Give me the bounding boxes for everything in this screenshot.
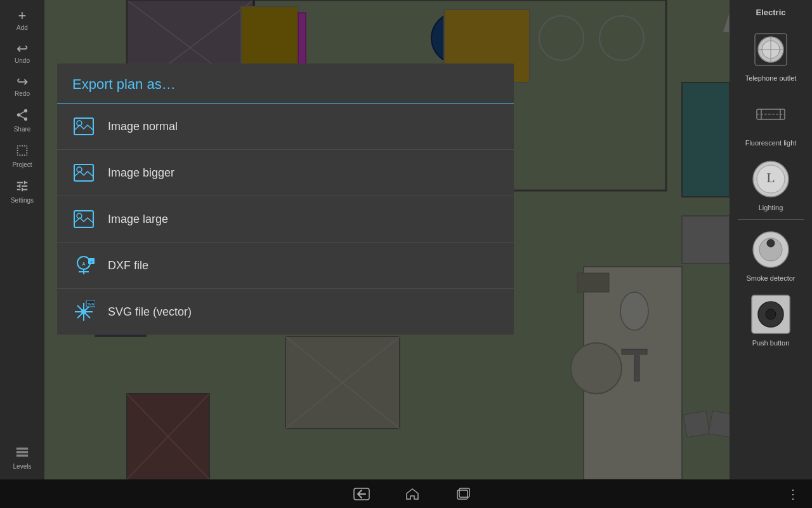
svg-text:+: + [90, 260, 93, 264]
sidebar-item-project[interactable]: Project [3, 140, 41, 173]
export-dialog-title: Export plan as… [57, 64, 514, 104]
sidebar-separator [738, 219, 804, 220]
fluorescent-light-label: Fluorescent light [745, 139, 797, 147]
svg-point-56 [766, 309, 776, 319]
svg-rect-61 [74, 211, 93, 227]
bottom-bar: ⋮ [0, 479, 812, 508]
export-image-normal-label: Image normal [108, 120, 178, 133]
sidebar-item-share[interactable]: Share [3, 104, 41, 137]
lighting-label: Lighting [759, 204, 783, 211]
sidebar-settings-label: Settings [11, 197, 34, 204]
bottom-nav-group [38, 481, 787, 507]
svg-point-62 [77, 213, 82, 218]
back-button[interactable] [349, 481, 374, 507]
fluorescent-light-icon [749, 92, 793, 137]
electric-section-title: Electric [730, 5, 812, 20]
image-normal-icon [72, 115, 95, 138]
push-button-label: Push button [752, 339, 790, 347]
home-button[interactable] [400, 481, 425, 507]
sidebar-item-fluorescent-light[interactable]: Fluorescent light [736, 90, 806, 149]
telephone-outlet-label: Telephone outlet [745, 74, 797, 82]
share-icon [15, 108, 29, 124]
export-dxf-label: DXF file [108, 259, 148, 272]
svg-text:SVG: SVG [88, 302, 95, 306]
sidebar-redo-label: Redo [15, 90, 30, 98]
sidebar-share-label: Share [14, 126, 31, 133]
levels-icon [15, 445, 29, 462]
sidebar-project-label: Project [12, 161, 32, 169]
sidebar-item-smoke-detector[interactable]: Smoke detector [736, 225, 806, 284]
sidebar-item-telephone-outlet[interactable]: Telephone outlet [736, 25, 806, 84]
sidebar-item-push-button[interactable]: Push button [736, 290, 806, 349]
undo-icon: ↩ [16, 42, 28, 56]
redo-icon: ↪ [16, 75, 28, 89]
sidebar-item-undo[interactable]: ↩ Undo [3, 38, 41, 69]
telephone-outlet-icon [749, 27, 793, 72]
left-sidebar: + Add ↩ Undo ↪ Redo Share Project Setti [0, 0, 44, 479]
smoke-detector-icon [749, 227, 793, 272]
svg-point-58 [77, 121, 82, 126]
export-svg-label: SVG file (vector) [108, 305, 192, 319]
svg-point-73 [81, 309, 86, 314]
export-image-normal[interactable]: Image normal [57, 104, 514, 150]
dialog-overlay[interactable]: Export plan as… Image normal Image bi [44, 0, 730, 479]
sidebar-item-levels[interactable]: Levels [3, 441, 41, 474]
recent-apps-button[interactable] [450, 481, 476, 507]
svg-text:L: L [766, 170, 775, 185]
export-dxf-file[interactable]: A + DXF file [57, 243, 514, 289]
svg-rect-59 [74, 164, 93, 181]
export-image-bigger-label: Image bigger [108, 166, 174, 180]
sidebar-item-lighting[interactable]: L Lighting [736, 154, 806, 214]
sidebar-item-settings[interactable]: Settings [3, 175, 41, 208]
svg-rect-57 [74, 118, 93, 135]
right-sidebar: Electric Telephone outlet Fluorescent li… [730, 0, 812, 479]
image-bigger-icon [72, 161, 95, 184]
dxf-icon: A + [72, 254, 95, 277]
svg-text:A: A [82, 262, 85, 266]
export-dialog: Export plan as… Image normal Image bi [57, 64, 514, 335]
lighting-icon: L [749, 157, 793, 201]
smoke-detector-label: Smoke detector [746, 274, 795, 282]
sidebar-levels-label: Levels [13, 463, 32, 471]
svg-icon: SVG [72, 300, 95, 323]
sidebar-item-add[interactable]: + Add [3, 5, 41, 36]
push-button-icon [749, 292, 793, 337]
export-image-large[interactable]: Image large [57, 196, 514, 243]
project-icon [15, 144, 29, 160]
export-image-bigger[interactable]: Image bigger [57, 150, 514, 196]
sidebar-undo-label: Undo [15, 57, 30, 65]
add-icon: + [18, 9, 27, 23]
export-svg-file[interactable]: SVG SVG file (vector) [57, 289, 514, 335]
settings-icon [15, 179, 29, 196]
sidebar-item-redo[interactable]: ↪ Redo [3, 71, 41, 102]
svg-point-53 [767, 239, 775, 247]
more-options-button[interactable]: ⋮ [787, 486, 799, 502]
svg-point-60 [77, 167, 82, 172]
sidebar-add-label: Add [16, 24, 28, 32]
image-large-icon [72, 208, 95, 231]
export-image-large-label: Image large [108, 213, 168, 226]
